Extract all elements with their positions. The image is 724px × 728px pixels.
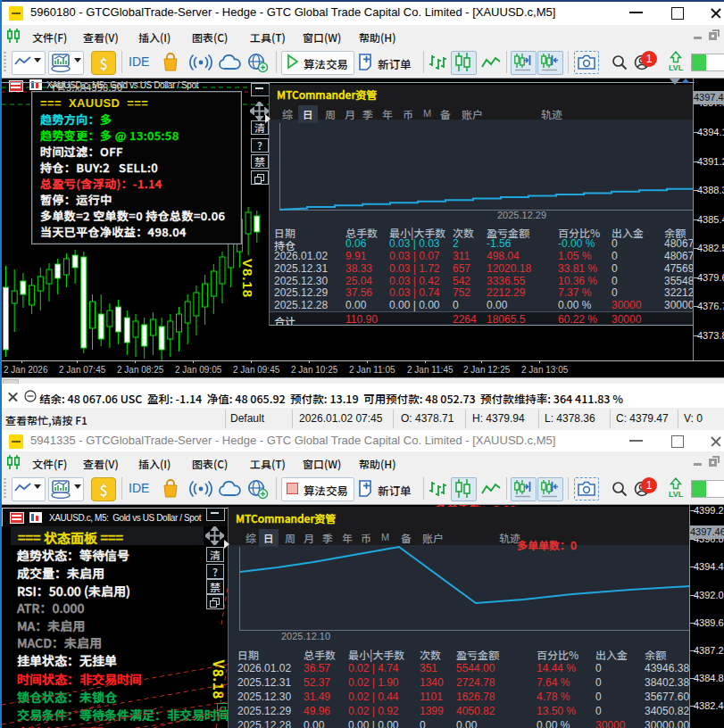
svg-text:LVL: LVL — [669, 490, 684, 499]
svg-text:LVL: LVL — [669, 63, 684, 72]
